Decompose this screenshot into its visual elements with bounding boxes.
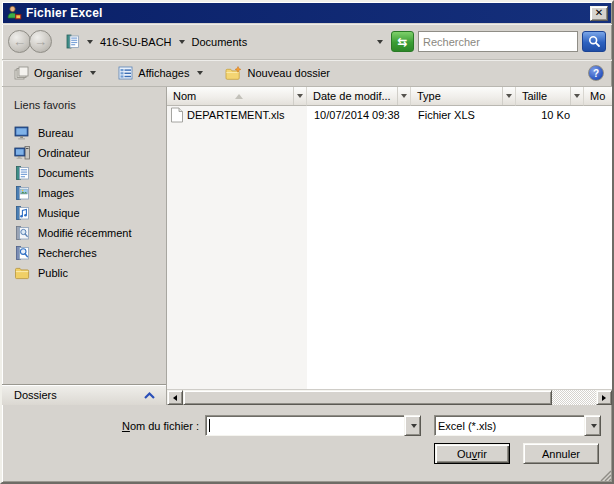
- column-label: Taille: [516, 90, 570, 102]
- affichages-button[interactable]: Affichages: [114, 64, 207, 82]
- breadcrumb-history-dropdown-icon[interactable]: [377, 40, 383, 44]
- breadcrumb-folder-icon[interactable]: [64, 33, 82, 50]
- views-icon: [118, 66, 133, 80]
- column-label: Nom: [167, 90, 219, 102]
- action-buttons: Ouvrir Annuler: [434, 443, 599, 464]
- file-size: 10 Ko: [516, 109, 584, 121]
- magnifier-icon: [588, 35, 601, 48]
- open-button[interactable]: Ouvrir: [434, 443, 510, 464]
- file-dialog-window: Fichier Excel ✕ ← → 416-SU-BACH Doc: [0, 0, 614, 484]
- close-button[interactable]: ✕: [590, 6, 608, 21]
- dialog-content: Liens favoris Bureau: [2, 87, 612, 405]
- column-date-filter-dropdown[interactable]: [397, 87, 410, 105]
- sidebar-item-ordinateur[interactable]: Ordinateur: [12, 143, 166, 163]
- music-folder-icon: [14, 205, 31, 221]
- organiser-dropdown-icon: [90, 71, 96, 75]
- resize-grip[interactable]: [598, 468, 611, 481]
- sidebar-item-label: Public: [38, 267, 68, 279]
- filetype-select[interactable]: Excel (*.xls): [434, 415, 601, 436]
- excel-user-icon: [6, 5, 22, 21]
- scrollbar-thumb[interactable]: [183, 390, 552, 405]
- scrollbar-track[interactable]: [552, 390, 596, 405]
- searches-folder-icon: [14, 245, 31, 261]
- window-title: Fichier Excel: [26, 6, 590, 20]
- column-type-filter-dropdown[interactable]: [502, 87, 515, 105]
- column-label: Type: [411, 90, 502, 102]
- help-button[interactable]: ?: [588, 65, 604, 81]
- search-button[interactable]: [582, 31, 606, 52]
- sidebar-item-documents[interactable]: Documents: [12, 163, 166, 183]
- filename-row: Nom du fichier : Excel (*.xls): [2, 415, 612, 436]
- search-input[interactable]: [423, 36, 573, 48]
- column-label: Date de modif...: [307, 90, 397, 102]
- desktop-icon: [14, 125, 31, 141]
- affichages-dropdown-icon: [197, 71, 203, 75]
- sorted-column-tint: [167, 106, 307, 389]
- new-folder-label: Nouveau dossier: [247, 67, 330, 79]
- horizontal-scrollbar: [167, 389, 612, 405]
- column-header-type[interactable]: Type: [411, 87, 516, 106]
- breadcrumb-segment-computer[interactable]: 416-SU-BACH: [98, 35, 174, 49]
- sidebar-item-musique[interactable]: Musique: [12, 203, 166, 223]
- filename-combobox[interactable]: [205, 415, 421, 436]
- folders-expander[interactable]: Dossiers: [2, 384, 166, 405]
- scroll-left-button[interactable]: [167, 390, 183, 405]
- title-bar: Fichier Excel ✕: [3, 3, 611, 23]
- column-taille-filter-dropdown[interactable]: [570, 87, 583, 105]
- sidebar-item-images[interactable]: Images: [12, 183, 166, 203]
- favorites-sidebar: Liens favoris Bureau: [2, 87, 166, 405]
- column-label: Mo: [584, 90, 612, 102]
- column-header-mo[interactable]: Mo: [584, 87, 612, 106]
- favorites-list: Liens favoris Bureau: [2, 87, 166, 384]
- new-folder-icon: [225, 66, 242, 81]
- sidebar-item-label: Modifié récemment: [38, 227, 132, 239]
- column-header-date[interactable]: Date de modif...: [307, 87, 411, 106]
- back-button[interactable]: ←: [8, 30, 31, 53]
- filename-label: Nom du fichier :: [2, 420, 199, 432]
- breadcrumb-separator-icon[interactable]: [179, 40, 185, 44]
- sidebar-item-label: Ordinateur: [38, 147, 90, 159]
- sidebar-item-bureau[interactable]: Bureau: [12, 123, 166, 143]
- dialog-footer: Nom du fichier : Excel (*.xls) Ouvrir An…: [2, 405, 612, 482]
- new-folder-button[interactable]: Nouveau dossier: [221, 64, 334, 83]
- sidebar-item-label: Images: [38, 187, 74, 199]
- sidebar-item-public[interactable]: Public: [12, 263, 166, 283]
- filetype-dropdown-button[interactable]: [584, 415, 601, 436]
- breadcrumb-segment-documents[interactable]: Documents: [190, 35, 250, 49]
- filename-dropdown-button[interactable]: [404, 415, 421, 436]
- table-row[interactable]: DEPARTEMENT.xls 10/07/2014 09:38 Fichier…: [167, 106, 612, 124]
- sort-ascending-icon: [235, 94, 243, 99]
- filetype-value: Excel (*.xls): [438, 420, 496, 432]
- column-nom-filter-dropdown[interactable]: [293, 87, 306, 105]
- pictures-folder-icon: [14, 185, 31, 201]
- breadcrumb: 416-SU-BACH Documents: [60, 30, 387, 54]
- forward-button[interactable]: →: [29, 30, 52, 53]
- file-icon: [170, 107, 184, 123]
- command-toolbar: Organiser Affichages Nouveau dossier: [2, 60, 612, 87]
- folders-label: Dossiers: [14, 389, 57, 401]
- refresh-button[interactable]: ⇆: [391, 31, 414, 52]
- breadcrumb-dropdown-icon[interactable]: [87, 40, 93, 44]
- cancel-button[interactable]: Annuler: [523, 443, 599, 464]
- chevron-up-icon: [143, 391, 156, 400]
- public-folder-icon: [14, 265, 31, 281]
- affichages-label: Affichages: [138, 67, 189, 79]
- column-header-nom[interactable]: Nom: [167, 87, 307, 106]
- favorites-header: Liens favoris: [14, 99, 166, 111]
- text-caret: [209, 419, 210, 432]
- sidebar-item-label: Musique: [38, 207, 80, 219]
- organiser-button[interactable]: Organiser: [10, 64, 100, 82]
- computer-icon: [14, 145, 31, 161]
- file-rows: DEPARTEMENT.xls 10/07/2014 09:38 Fichier…: [167, 106, 612, 389]
- sidebar-item-recherches[interactable]: Recherches: [12, 243, 166, 263]
- file-list: Nom Date de modif... Type Taille: [166, 87, 612, 405]
- sidebar-item-label: Bureau: [38, 127, 73, 139]
- scroll-right-button[interactable]: [596, 390, 612, 405]
- file-type: Fichier XLS: [411, 109, 516, 121]
- documents-folder-icon: [14, 165, 31, 181]
- navigation-bar: ← → 416-SU-BACH Documents ⇆: [2, 24, 612, 60]
- sidebar-item-modifie-recemment[interactable]: Modifié récemment: [12, 223, 166, 243]
- column-headers: Nom Date de modif... Type Taille: [167, 87, 612, 106]
- column-header-taille[interactable]: Taille: [516, 87, 584, 106]
- recent-search-folder-icon: [14, 225, 31, 241]
